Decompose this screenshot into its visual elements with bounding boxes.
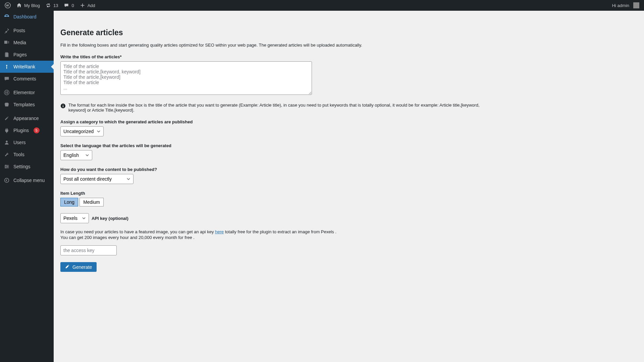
sidebar-label: Appearance xyxy=(13,116,39,121)
sidebar-item-elementor[interactable]: Elementor xyxy=(0,86,54,99)
titles-label: Write the titles of the articles* xyxy=(60,54,637,59)
svg-point-16 xyxy=(5,178,9,183)
page-title: Generate articles xyxy=(60,28,637,37)
templates-icon xyxy=(3,101,10,108)
svg-point-14 xyxy=(7,166,8,167)
greeting: Hi admin xyxy=(612,3,629,8)
sidebar-label: Elementor xyxy=(13,90,35,95)
api-key-link[interactable]: here xyxy=(215,229,224,234)
sidebar-item-writerank[interactable]: WriteRank xyxy=(0,61,54,73)
plugins-icon xyxy=(3,127,10,134)
sidebar-item-collapse[interactable]: Collapse menu xyxy=(0,174,54,186)
pin-icon xyxy=(3,27,10,34)
avatar xyxy=(633,2,639,8)
svg-point-9 xyxy=(6,141,7,142)
appearance-icon xyxy=(3,115,10,122)
collapse-icon xyxy=(3,177,10,184)
svg-point-19 xyxy=(63,105,63,105)
publish-select[interactable]: Post all content directly xyxy=(60,174,133,184)
language-label: Select the language that the articles wi… xyxy=(60,143,637,148)
sidebar-label: Tools xyxy=(13,152,24,157)
svg-rect-7 xyxy=(7,92,8,93)
admin-sidebar: Dashboard Posts Media Pages WriteRank Co… xyxy=(0,11,54,362)
pencil-icon xyxy=(65,264,70,270)
writerank-icon xyxy=(3,63,10,70)
titles-textarea[interactable] xyxy=(60,61,312,95)
site-link[interactable]: My Blog xyxy=(13,0,43,11)
category-select[interactable]: Uncategorized xyxy=(60,126,104,136)
sidebar-item-plugins[interactable]: Plugins 5 xyxy=(0,124,54,136)
svg-point-13 xyxy=(5,165,7,166)
sidebar-label: Media xyxy=(13,40,26,45)
sidebar-item-settings[interactable]: Settings xyxy=(0,161,54,173)
svg-point-15 xyxy=(5,167,7,169)
updates-link[interactable]: 13 xyxy=(43,0,61,11)
user-menu[interactable]: Hi admin xyxy=(609,0,642,11)
tools-icon xyxy=(3,151,10,158)
elementor-icon xyxy=(3,89,10,96)
sidebar-label: Posts xyxy=(13,28,25,33)
info-icon xyxy=(60,103,66,109)
generate-label: Generate xyxy=(72,264,92,270)
sidebar-item-posts[interactable]: Posts xyxy=(0,24,54,37)
add-new-link[interactable]: Add xyxy=(77,0,98,11)
pages-icon xyxy=(3,51,10,58)
sidebar-item-templates[interactable]: Templates xyxy=(0,99,54,111)
svg-rect-3 xyxy=(6,66,7,69)
help-text-1: In case you need your articles to have a… xyxy=(60,229,637,234)
media-icon xyxy=(3,39,10,46)
api-key-input[interactable] xyxy=(60,245,117,255)
help-text-2: You can get 200 images every hour and 20… xyxy=(60,235,637,240)
length-long-button[interactable]: Long xyxy=(60,198,78,206)
svg-rect-5 xyxy=(5,91,6,94)
admin-toolbar: My Blog 13 0 Add Hi admin xyxy=(0,0,644,11)
main-content: Generate articles Fill in the following … xyxy=(54,21,644,362)
generate-button[interactable]: Generate xyxy=(60,262,97,272)
length-label: Item Length xyxy=(60,191,637,196)
svg-rect-1 xyxy=(5,53,8,57)
settings-icon xyxy=(3,163,10,170)
comment-icon xyxy=(63,2,69,8)
format-info-text: The format for each line inside the box … xyxy=(68,103,480,113)
users-icon xyxy=(3,139,10,146)
page-description: Fill in the following boxes and start ge… xyxy=(60,43,637,48)
sidebar-label: Collapse menu xyxy=(13,178,45,183)
updates-count: 13 xyxy=(53,3,58,8)
sidebar-label: Dashboard xyxy=(13,14,37,19)
sidebar-item-comments[interactable]: Comments xyxy=(0,73,54,85)
sidebar-item-media[interactable]: Media xyxy=(0,37,54,49)
comments-link[interactable]: 0 xyxy=(61,0,76,11)
length-medium-button[interactable]: Medium xyxy=(79,198,104,206)
sidebar-label: Comments xyxy=(13,76,36,81)
plugins-badge: 5 xyxy=(34,127,40,133)
wordpress-icon xyxy=(5,2,11,8)
language-select[interactable]: English xyxy=(60,150,92,160)
image-source-select[interactable]: Pexels xyxy=(60,213,89,223)
publish-label: How do you want the content to be publis… xyxy=(60,167,637,172)
svg-rect-6 xyxy=(7,91,8,92)
sidebar-item-users[interactable]: Users xyxy=(0,136,54,148)
sidebar-label: Plugins xyxy=(13,128,29,133)
site-title: My Blog xyxy=(24,3,40,8)
sidebar-item-tools[interactable]: Tools xyxy=(0,148,54,161)
sidebar-item-pages[interactable]: Pages xyxy=(0,49,54,61)
refresh-icon xyxy=(45,2,51,8)
dashboard-icon xyxy=(3,13,10,20)
svg-rect-8 xyxy=(7,93,8,94)
sidebar-label: Users xyxy=(13,140,26,145)
api-key-label: API key (optional) xyxy=(92,216,128,221)
plus-icon xyxy=(79,2,86,8)
wp-logo-menu[interactable] xyxy=(2,0,13,11)
comment-icon xyxy=(3,75,10,82)
category-label: Assign a category to which the generated… xyxy=(60,119,637,124)
sidebar-label: Templates xyxy=(13,102,35,107)
svg-point-2 xyxy=(6,65,7,66)
sidebar-label: Settings xyxy=(13,164,31,169)
add-label: Add xyxy=(88,3,95,8)
comments-count: 0 xyxy=(71,3,74,8)
sidebar-item-appearance[interactable]: Appearance xyxy=(0,112,54,124)
sidebar-item-dashboard[interactable]: Dashboard xyxy=(0,11,54,23)
sidebar-label: Pages xyxy=(13,52,27,57)
svg-rect-18 xyxy=(63,106,63,107)
home-icon xyxy=(16,2,22,8)
